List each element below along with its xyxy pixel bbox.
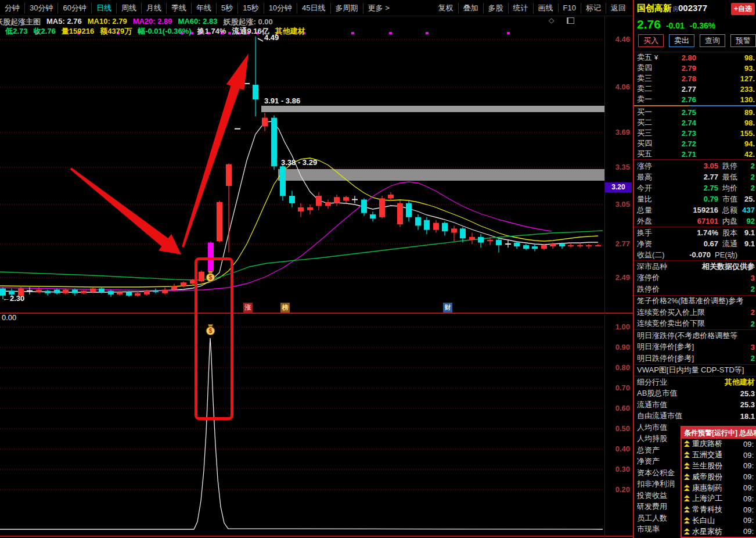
bid-row[interactable]: 买五 2.71 42.	[634, 149, 756, 159]
info-label: 投资收益	[637, 490, 667, 501]
period-tab[interactable]: 5秒	[216, 3, 237, 13]
stat-value: 67101	[652, 217, 718, 225]
panel-separator-line[interactable]	[0, 313, 633, 314]
bid-row[interactable]: 买四 2.72 94.	[634, 138, 756, 149]
ask-row[interactable]: 卖五 ¥ 2.80 98.	[634, 52, 756, 63]
candlestick-chart[interactable]	[0, 0, 604, 538]
period-tab[interactable]: 更多 >	[363, 3, 394, 13]
stock-name[interactable]: 国创高新	[637, 3, 672, 14]
menu-item[interactable]: 多股	[483, 3, 508, 13]
level-volume: 98.	[696, 53, 755, 62]
alert-time: 09:	[743, 505, 756, 514]
info-row: 涨停价 3	[634, 272, 756, 284]
info-label: 明日涨停价[参考]	[637, 342, 694, 352]
level-volume: 89.	[696, 108, 755, 117]
alert-time: 09:	[743, 451, 756, 460]
alert-popup-header[interactable]: 条件预警[运行中] 总品种	[682, 427, 756, 439]
ask-levels: 卖五 ¥ 2.80 98. 卖四 2.79 93. 卖三 2.78 127. 卖…	[634, 52, 756, 105]
period-menu: 分钟30分钟60分钟日线周线月线季线年线5秒15秒10分钟45日线多周期更多 >	[0, 0, 394, 16]
ask-row[interactable]: 卖二 2.77 233.	[634, 84, 756, 94]
stock-code[interactable]: 002377	[678, 3, 707, 13]
alert-item[interactable]: 长白山 09:	[682, 515, 756, 526]
trade-button[interactable]: 预警	[730, 34, 756, 47]
alert-stock-name: 常青科技	[692, 504, 722, 515]
info-label: 明日跌停价[参考]	[637, 353, 694, 364]
split-window-icon[interactable]	[567, 17, 574, 24]
axis-tick-label: 4.06	[615, 83, 630, 91]
diamond-icon[interactable]: ◇	[549, 16, 554, 24]
period-tab[interactable]: 10分钟	[264, 3, 297, 13]
period-tab[interactable]: 多周期	[330, 3, 363, 13]
hot-tag-badge: 财	[443, 303, 452, 313]
trade-button[interactable]: 卖出	[669, 34, 694, 47]
alert-stock-name: 长白山	[692, 515, 715, 526]
trade-button[interactable]: 查询	[700, 34, 725, 47]
stats-row: 总量 159216 总额 437	[634, 205, 756, 216]
bid-row[interactable]: 买一 2.75 89.	[634, 107, 756, 117]
double-arrow-up-icon	[684, 462, 692, 469]
add-watchlist-button[interactable]: +自选	[731, 3, 755, 15]
period-tab[interactable]: 15秒	[237, 3, 263, 13]
period-tab[interactable]: 分钟	[0, 3, 24, 13]
ask-row[interactable]: 卖三 2.78 127.	[634, 73, 756, 84]
stock-industry-tag: 房	[672, 5, 678, 13]
alert-item[interactable]: 水星家纺 09:	[682, 526, 756, 537]
bid-row[interactable]: 买三 2.73 155.	[634, 128, 756, 138]
ask-row[interactable]: 卖一 2.76 130.	[634, 94, 756, 105]
ask-row[interactable]: 卖四 2.79 93.	[634, 63, 756, 73]
alert-stock-name: 康惠制药	[692, 483, 722, 493]
menu-item[interactable]: 统计	[508, 3, 533, 13]
double-arrow-up-icon	[684, 506, 692, 513]
menu-item[interactable]: 复权	[434, 3, 458, 13]
info-value: 2	[705, 320, 755, 328]
info-value: 2	[694, 354, 755, 363]
menu-item[interactable]: 画线	[533, 3, 558, 13]
period-tab[interactable]: 45日线	[297, 3, 330, 13]
menu-item[interactable]: 返回	[606, 3, 631, 13]
menu-item[interactable]: F10	[558, 3, 581, 12]
level-price: 2.80	[661, 53, 696, 62]
stat-value: 92	[737, 217, 755, 225]
stat-label: 换手	[637, 228, 652, 238]
info-row: 明日涨停价[参考] 3	[634, 342, 756, 353]
info-label: 连续竞价卖出价下限	[637, 318, 705, 329]
period-tab[interactable]: 30分钟	[24, 3, 57, 13]
period-tab[interactable]: 年线	[191, 3, 216, 13]
level-volume: 233.	[696, 85, 755, 94]
bid-row[interactable]: 买二 2.74 98.	[634, 117, 756, 128]
menu-item[interactable]: 叠加	[458, 3, 483, 13]
info-label: 流通市值	[637, 400, 667, 410]
trade-button[interactable]: 买入	[638, 34, 664, 47]
alert-time: 09:	[743, 472, 756, 481]
alert-item[interactable]: 威帝股份 09:	[682, 471, 756, 482]
hot-tag-badge: 榜	[280, 303, 290, 313]
info-label: 研发费用	[637, 501, 667, 512]
stat-label: 市值	[722, 194, 737, 205]
period-tab[interactable]: 周线	[116, 3, 141, 13]
info-row: AB股总市值 25.3	[634, 388, 756, 400]
alert-item[interactable]: 兰生股份 09:	[682, 461, 756, 472]
menu-item[interactable]: 标记	[581, 3, 606, 13]
info-value: 相关数据仅供参	[667, 261, 755, 272]
level-volume: 42.	[696, 150, 755, 159]
level-label: 卖二	[637, 84, 654, 94]
level-price: 2.78	[661, 74, 696, 83]
axis-price-badge: 3.20	[605, 182, 632, 192]
alert-item[interactable]: 康惠制药 09:	[682, 482, 756, 493]
period-tab[interactable]: 60分钟	[57, 3, 91, 13]
info-label: 总资产	[637, 445, 660, 455]
alert-item[interactable]: 重庆路桥 09:	[682, 439, 756, 450]
period-tab[interactable]: 季线	[166, 3, 191, 13]
period-tab[interactable]: 月线	[141, 3, 166, 13]
info-row: VWAP图[日内均量 CDP-STD等]	[634, 364, 756, 376]
alert-item[interactable]: 五洲交通 09:	[682, 450, 756, 461]
double-arrow-up-icon	[684, 495, 692, 502]
info-label: 员工人数	[637, 513, 667, 523]
level-price: 2.77	[661, 85, 696, 94]
axis-tick-label: 0.70	[615, 383, 630, 392]
alert-item[interactable]: 常青科技 09:	[682, 504, 756, 515]
info-label: 笼子价格2%(随基准价调整)参考	[637, 296, 743, 306]
axis-tick-label: 2.77	[615, 239, 630, 248]
period-tab[interactable]: 日线	[91, 3, 116, 13]
alert-item[interactable]: 上海沪工 09:	[682, 493, 756, 504]
